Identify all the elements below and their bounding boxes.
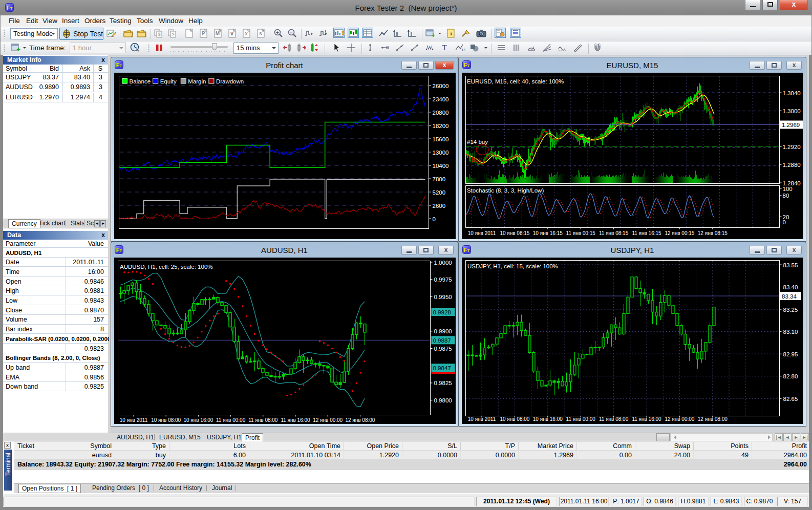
svg-text:83.25: 83.25 [783,307,798,313]
svg-text:12 янв 00:00: 12 янв 00:00 [313,417,343,423]
svg-text:AUDUSD, H1, cell: 25, scale: 1: AUDUSD, H1, cell: 25, scale: 100% [120,264,213,270]
svg-text:Margin: Margin [188,78,206,84]
svg-text:10 янв 2011: 10 янв 2011 [120,417,148,423]
svg-text:0.9975: 0.9975 [434,277,452,283]
svg-text:EURUSD, M15, cell: 40, scale:: EURUSD, M15, cell: 40, scale: 100% [467,78,564,84]
svg-text:10400: 10400 [433,163,449,169]
svg-text:82.95: 82.95 [783,351,798,357]
svg-text:x: x [245,31,248,36]
svg-text:Buy: Buy [471,156,482,163]
svg-text:#14 buy: #14 buy [467,139,488,145]
svg-text:0.9800: 0.9800 [434,397,452,403]
svg-text:11 янв 16:00: 11 янв 16:00 [281,417,310,423]
svg-text:i: i [450,30,452,36]
svg-text:+: + [16,46,20,53]
svg-text:0.9825: 0.9825 [434,380,452,386]
svg-text:83.40: 83.40 [783,284,798,290]
svg-text:10 янв 16:15: 10 янв 16:15 [533,230,563,236]
svg-text:$: $ [158,32,160,37]
svg-text:USDJPY, H1, cell: 15, scale: 1: USDJPY, H1, cell: 15, scale: 100% [467,263,558,269]
svg-text:P: P [202,31,205,36]
svg-text:1.3000: 1.3000 [783,108,801,114]
svg-text:1/2: 1/2 [461,48,465,52]
svg-text:11 янв 16:15: 11 янв 16:15 [632,230,661,236]
svg-text:1.0000: 1.0000 [434,260,452,266]
svg-text:10 янв 2011: 10 янв 2011 [468,230,496,236]
svg-text:26000: 26000 [433,83,449,89]
svg-text:−: − [290,30,292,35]
svg-text:0.9887: 0.9887 [433,337,451,344]
svg-text:18200: 18200 [433,123,449,129]
svg-text:$: $ [341,30,345,36]
svg-text:M: M [216,31,220,36]
svg-text:82.80: 82.80 [783,373,798,379]
svg-text:Stochastic (8, 3, 3, High/Low): Stochastic (8, 3, 3, High/Low) [467,187,544,194]
svg-text:100: 100 [783,186,793,192]
svg-text:82.65: 82.65 [783,396,798,402]
svg-text:0.9847: 0.9847 [433,365,451,371]
svg-text:+: + [431,31,435,38]
svg-text:83.55: 83.55 [783,262,798,268]
svg-text:13000: 13000 [433,150,449,156]
svg-text:v: v [230,31,233,36]
svg-text:7800: 7800 [433,176,446,182]
svg-text:83.10: 83.10 [783,329,798,335]
svg-text:0: 0 [433,216,436,222]
svg-text:10 янв 08:15: 10 янв 08:15 [500,230,529,236]
svg-text:0.9875: 0.9875 [434,346,452,352]
svg-text:11 янв 00:00: 11 янв 00:00 [216,417,246,423]
svg-text:10 янв 16:00: 10 янв 16:00 [183,417,213,423]
svg-text:W: W [426,44,433,51]
svg-text:0: 0 [783,219,786,225]
svg-text:12 янв 08:15: 12 янв 08:15 [698,230,728,236]
svg-text:Drawdown: Drawdown [216,78,244,84]
svg-text:0.9928: 0.9928 [433,309,451,315]
svg-text:0.9950: 0.9950 [434,294,452,300]
svg-text:20800: 20800 [433,110,449,116]
svg-text:83.34: 83.34 [782,293,797,300]
svg-text:Equity: Equity [160,78,177,84]
svg-text:5200: 5200 [433,189,446,196]
svg-text:1.2969: 1.2969 [782,122,800,128]
svg-text:23400: 23400 [433,96,449,102]
svg-text:>: > [172,32,174,37]
svg-text:0.9900: 0.9900 [434,328,452,334]
svg-text:1.3040: 1.3040 [783,90,801,96]
svg-text:11 янв 08:15: 11 янв 08:15 [599,230,629,236]
svg-text:10 янв 08:00: 10 янв 08:00 [151,417,181,423]
svg-text:1.2920: 1.2920 [783,144,801,150]
svg-text:+: + [276,30,279,35]
svg-text:1.2880: 1.2880 [783,162,801,168]
svg-text:12 янв 08:00: 12 янв 08:00 [345,417,375,423]
svg-text:11 янв 08:00: 11 янв 08:00 [248,417,278,423]
svg-text:Balance: Balance [130,78,151,84]
svg-text:11 янв 00:15: 11 янв 00:15 [566,230,596,236]
svg-text:T: T [442,44,446,52]
svg-text:12 янв 00:15: 12 янв 00:15 [665,230,694,236]
svg-text:15600: 15600 [433,136,449,142]
svg-text:80: 80 [783,193,789,199]
svg-text:s: s [259,31,262,36]
svg-text:2600: 2600 [433,203,446,209]
